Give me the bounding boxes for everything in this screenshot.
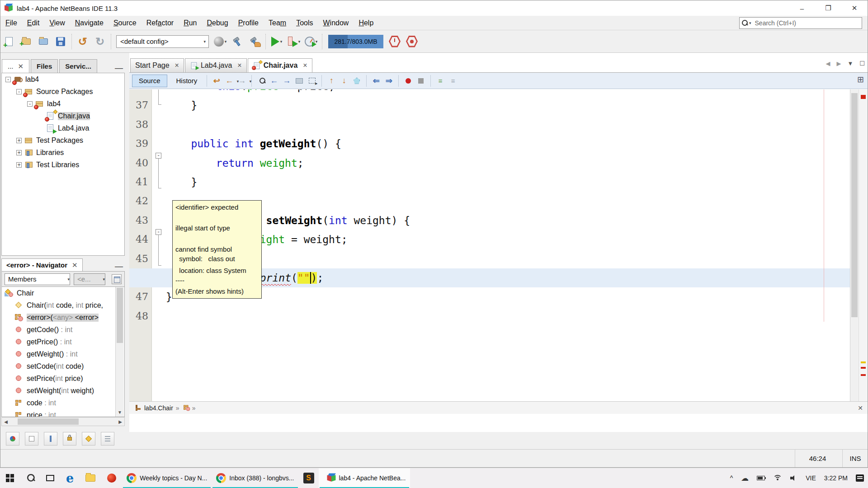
navigator-item[interactable]: setWeight(int weight)	[2, 385, 124, 397]
tab-list-icon[interactable]: ▼	[847, 60, 853, 67]
editor-tab-chair-java[interactable]: Chair.java×	[248, 58, 312, 72]
line-number[interactable]: 47	[129, 287, 150, 306]
error-mark[interactable]	[861, 374, 866, 376]
tab-files[interactable]: Files	[31, 59, 58, 73]
menu-debug[interactable]: Debug	[202, 19, 233, 27]
close-tab-icon[interactable]: ×	[237, 61, 241, 70]
find-next-icon[interactable]: →	[280, 75, 293, 87]
undo-button[interactable]: ↺	[74, 33, 91, 51]
language-indicator[interactable]: VIE	[802, 468, 820, 488]
next-occurrence-icon[interactable]: ↓	[338, 75, 350, 87]
file-explorer-button[interactable]	[80, 468, 101, 488]
minimize-button[interactable]: –	[789, 0, 815, 16]
close-tab-icon[interactable]: ×	[303, 61, 307, 70]
navigator-hscrollbar[interactable]: ◀▶	[1, 417, 125, 426]
sort-by-source-icon[interactable]	[101, 432, 114, 446]
menu-profile[interactable]: Profile	[233, 19, 264, 27]
line-number[interactable]: 41	[129, 173, 150, 192]
fold-column[interactable]: - -	[152, 89, 166, 401]
battery-icon[interactable]	[753, 468, 769, 488]
tray-expand-icon[interactable]: ^	[726, 468, 737, 488]
forward-icon[interactable]: →▾	[236, 75, 248, 87]
tree-item-test-libraries[interactable]: +Test Libraries	[2, 159, 124, 171]
code-line-47[interactable]: }	[166, 287, 850, 306]
navigator-item[interactable]: price : int	[2, 409, 124, 417]
line-number[interactable]: 37	[129, 96, 150, 115]
debug-project-button[interactable]: ▾	[285, 33, 302, 51]
save-all-button[interactable]	[52, 33, 69, 51]
menu-window[interactable]: Window	[318, 19, 354, 27]
start-macro-icon[interactable]	[402, 75, 415, 87]
tab-projects[interactable]: ...✕	[2, 59, 29, 73]
open-project-button[interactable]	[35, 33, 52, 51]
projects-panel[interactable]: -lab4-Source Packages-lab4-Chair.java-La…	[1, 73, 125, 256]
scroll-tabs-right-icon[interactable]: ▶	[836, 60, 841, 67]
clock[interactable]: 3:22 PM	[820, 468, 852, 488]
close-button[interactable]: ✕	[841, 0, 868, 16]
navigator-item[interactable]: Chair(int code, int price,	[2, 299, 124, 311]
menu-source[interactable]: Source	[108, 19, 142, 27]
breadcrumb-class[interactable]: lab4.Chair	[144, 404, 173, 412]
menu-run[interactable]: Run	[179, 19, 202, 27]
config-select[interactable]: <default config> ▾	[116, 35, 209, 48]
shift-right-icon[interactable]: ⇒	[382, 75, 395, 87]
fold-marker[interactable]: -	[156, 229, 161, 235]
line-number[interactable]: 48	[129, 307, 150, 326]
redo-button[interactable]: ↻	[91, 33, 108, 51]
taskbar-app-sublime[interactable]: S	[299, 468, 319, 488]
tab-services[interactable]: Servic...	[59, 59, 97, 73]
start-button[interactable]	[0, 468, 20, 488]
members-filter-select[interactable]: Members▾	[5, 273, 70, 285]
code-line-48[interactable]	[166, 307, 850, 326]
error-mark[interactable]	[861, 367, 866, 369]
editor-tab-lab4-java[interactable]: Lab4.java×	[185, 58, 247, 72]
line-number[interactable]: 44	[129, 230, 150, 249]
navigator-item[interactable]: Chair	[2, 287, 124, 299]
taskbar-app-netbeans[interactable]: lab4 - Apache NetBea...	[319, 468, 410, 488]
menu-view[interactable]: View	[44, 19, 70, 27]
code-area[interactable]: 363738394041424344454748 - - this.price …	[129, 89, 868, 401]
navigator-item[interactable]: code : int	[2, 397, 124, 409]
expand-icon[interactable]: +	[16, 162, 22, 168]
clean-build-button[interactable]	[246, 33, 263, 51]
error-mark[interactable]	[861, 95, 866, 99]
comment-icon[interactable]: ≡	[434, 75, 447, 87]
split-window-icon[interactable]: ⊞	[857, 75, 864, 84]
toggle-highlight-icon[interactable]	[293, 75, 306, 87]
show-inherited-icon[interactable]	[6, 432, 19, 446]
expand-icon[interactable]: +	[16, 150, 22, 155]
maximize-editor-icon[interactable]: ☐	[859, 60, 865, 67]
expand-icon[interactable]: +	[16, 138, 22, 143]
profiler-point-button[interactable]	[406, 36, 418, 47]
code-line-42[interactable]	[166, 192, 850, 211]
new-project-button[interactable]: +	[18, 33, 35, 51]
find-selection-icon[interactable]	[255, 75, 268, 87]
memory-indicator[interactable]: 281.7/803.0MB	[328, 35, 383, 48]
network-icon[interactable]	[769, 468, 786, 488]
taskbar-app-chrome[interactable]: Inbox (388) - longbvs...	[212, 468, 298, 488]
navigator-list[interactable]: ChairChair(int code, int price,<error>(<…	[1, 286, 125, 417]
line-number[interactable]: 42	[129, 192, 150, 211]
show-nonpublic-icon[interactable]	[63, 432, 76, 446]
tree-item-lab4[interactable]: -lab4	[2, 73, 124, 85]
line-number[interactable]: 40	[129, 154, 150, 173]
close-icon[interactable]: ✕	[72, 261, 78, 269]
collapse-icon[interactable]: -	[16, 89, 22, 94]
rectangular-selection-icon[interactable]	[306, 75, 318, 87]
code-line-40[interactable]: return weight;	[166, 154, 850, 173]
navigator-item[interactable]: getCode() : int	[2, 324, 124, 336]
edge-button[interactable]: e	[60, 468, 80, 488]
tree-item-libraries[interactable]: +Libraries	[2, 146, 124, 159]
pinned-app-button[interactable]	[101, 468, 122, 488]
show-static-icon[interactable]	[44, 432, 57, 446]
previous-occurrence-icon[interactable]: ↑	[325, 75, 338, 87]
taskbar-app-chrome[interactable]: Weekly topics - Day N...	[122, 468, 212, 488]
run-project-button[interactable]: ▾	[268, 33, 285, 51]
find-previous-icon[interactable]: ←	[268, 75, 280, 87]
stop-macro-icon[interactable]	[415, 75, 427, 87]
shift-left-icon[interactable]: ⇐	[370, 75, 382, 87]
build-project-button[interactable]	[229, 33, 246, 51]
line-number[interactable]: 39	[129, 134, 150, 153]
new-file-button[interactable]: +	[0, 33, 18, 51]
menu-refactor[interactable]: Refactor	[142, 19, 179, 27]
